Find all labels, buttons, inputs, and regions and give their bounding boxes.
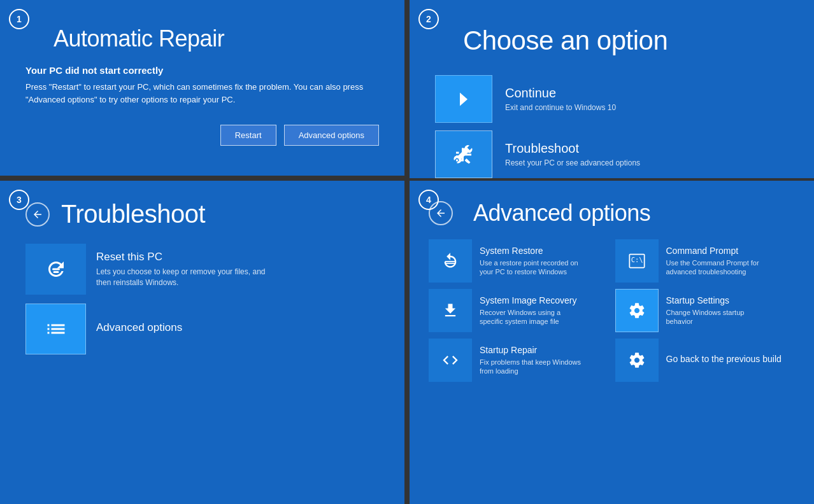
startup-settings-title: Startup Settings <box>666 295 768 306</box>
svg-rect-2 <box>445 261 455 262</box>
reset-pc-desc: Lets you choose to keep or remove your f… <box>96 267 275 288</box>
panel4-title: Advanced options <box>473 200 650 227</box>
system-restore-icon-box <box>429 239 472 283</box>
troubleshoot-icon-box <box>435 130 492 178</box>
continue-text: Continue Exit and continue to Windows 10 <box>505 86 616 112</box>
svg-rect-0 <box>53 271 59 273</box>
svg-rect-3 <box>445 263 455 264</box>
panel3-title: Troubleshoot <box>61 200 205 228</box>
startup-repair-title: Startup Repair <box>480 345 582 356</box>
reset-pc-title: Reset this PC <box>96 251 275 263</box>
system-image-title: System Image Recovery <box>480 295 582 306</box>
cmd-icon: C:\ <box>628 252 646 270</box>
system-restore-title: System Restore <box>480 246 582 256</box>
system-restore-desc: Use a restore point recorded on your PC … <box>480 258 582 277</box>
adv-system-image[interactable]: System Image Recovery Recover Windows us… <box>429 289 609 332</box>
reset-icon <box>45 258 68 281</box>
back-button-3[interactable] <box>25 202 50 227</box>
command-prompt-title: Command Prompt <box>666 246 768 256</box>
step-badge-3: 3 <box>9 190 29 210</box>
adv-command-prompt[interactable]: C:\ Command Prompt Use the Command Promp… <box>615 239 796 283</box>
troubleshoot-desc: Reset your PC or see advanced options <box>505 158 640 167</box>
step-badge-4: 4 <box>418 190 439 210</box>
reset-pc-icon-box <box>25 244 86 295</box>
advanced-options-grid: System Restore Use a restore point recor… <box>429 239 795 382</box>
command-prompt-desc: Use the Command Prompt for advanced trou… <box>666 258 768 277</box>
gear2-icon <box>628 351 646 369</box>
panel1-title: Automatic Repair <box>54 25 379 52</box>
checklist-icon <box>45 318 68 340</box>
panel4-header: Advanced options <box>429 200 795 227</box>
continue-desc: Exit and continue to Windows 10 <box>505 103 616 112</box>
system-image-desc: Recover Windows using a specific system … <box>480 308 582 326</box>
image-recovery-icon <box>441 302 459 319</box>
advanced-options-title: Advanced options <box>96 321 182 334</box>
system-image-text: System Image Recovery Recover Windows us… <box>480 295 582 326</box>
code-icon <box>441 351 459 369</box>
startup-repair-text: Startup Repair Fix problems that keep Wi… <box>480 345 582 375</box>
restart-button[interactable]: Restart <box>220 125 276 146</box>
gear-icon <box>628 302 646 319</box>
arrow-right-icon <box>452 88 475 111</box>
panel1-subtitle: Your PC did not start correctly <box>25 65 379 76</box>
startup-settings-desc: Change Windows startup behavior <box>666 308 768 326</box>
panel3-header: Troubleshoot <box>25 200 379 228</box>
panel-advanced-options: 4 Advanced options System Restore Use a … <box>407 178 814 504</box>
panel-troubleshoot: 3 Troubleshoot Reset this PC Lets you ch… <box>0 178 407 504</box>
go-back-text: Go back to the previous build <box>666 354 782 367</box>
wrench-icon <box>452 143 475 166</box>
trouble-reset-pc[interactable]: Reset this PC Lets you choose to keep or… <box>25 244 379 295</box>
step-badge-1: 1 <box>9 9 29 29</box>
adv-system-restore[interactable]: System Restore Use a restore point recor… <box>429 239 609 283</box>
advanced-options-text: Advanced options <box>96 321 182 337</box>
system-image-icon-box <box>429 289 472 332</box>
system-restore-text: System Restore Use a restore point recor… <box>480 246 582 276</box>
troubleshoot-text: Troubleshoot Reset your PC or see advanc… <box>505 141 640 167</box>
advanced-options-button[interactable]: Advanced options <box>284 125 379 146</box>
startup-repair-desc: Fix problems that keep Windows from load… <box>480 358 582 376</box>
svg-rect-1 <box>52 269 60 270</box>
option-continue[interactable]: Continue Exit and continue to Windows 10 <box>435 75 789 123</box>
panel1-buttons: Restart Advanced options <box>25 125 379 146</box>
go-back-icon-box <box>615 339 659 382</box>
adv-startup-repair[interactable]: Startup Repair Fix problems that keep Wi… <box>429 339 609 382</box>
startup-settings-text: Startup Settings Change Windows startup … <box>666 295 768 326</box>
startup-settings-icon-box <box>615 289 659 332</box>
trouble-advanced-options[interactable]: Advanced options <box>25 304 379 354</box>
adv-go-back[interactable]: Go back to the previous build <box>615 339 796 382</box>
restore-icon <box>441 252 459 270</box>
command-prompt-text: Command Prompt Use the Command Prompt fo… <box>666 246 768 276</box>
startup-repair-icon-box <box>429 339 472 382</box>
adv-startup-settings[interactable]: Startup Settings Change Windows startup … <box>615 289 796 332</box>
troubleshoot-title: Troubleshoot <box>505 141 640 156</box>
advanced-options-icon-box <box>25 304 86 354</box>
command-prompt-icon-box: C:\ <box>615 239 659 283</box>
panel2-title: Choose an option <box>463 25 789 56</box>
panel1-description: Press "Restart" to restart your PC, whic… <box>25 81 379 106</box>
step-badge-2: 2 <box>418 9 439 29</box>
back-arrow-icon-4 <box>435 207 446 219</box>
go-back-title: Go back to the previous build <box>666 354 782 365</box>
back-arrow-icon <box>32 209 43 220</box>
reset-pc-text: Reset this PC Lets you choose to keep or… <box>96 251 275 288</box>
continue-title: Continue <box>505 86 616 101</box>
svg-text:C:\: C:\ <box>631 256 643 263</box>
panel-automatic-repair: 1 Automatic Repair Your PC did not start… <box>0 0 407 178</box>
option-troubleshoot[interactable]: Troubleshoot Reset your PC or see advanc… <box>435 130 789 178</box>
continue-icon-box <box>435 75 492 123</box>
